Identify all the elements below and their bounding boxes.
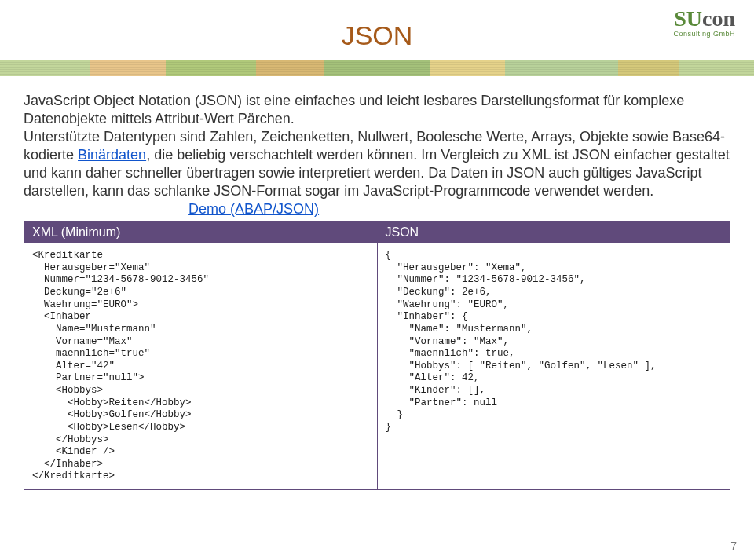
- logo-part1: SU: [674, 6, 702, 31]
- header-json: JSON: [377, 222, 730, 243]
- body-text: JavaScript Object Notation (JSON) ist ei…: [0, 92, 754, 218]
- logo-part2: con: [702, 6, 735, 31]
- decorative-pattern-bar: [0, 60, 754, 76]
- page-title: JSON: [0, 20, 754, 51]
- logo-subtitle: Consulting GmbH: [673, 30, 735, 38]
- binary-data-link[interactable]: Binärdaten: [78, 147, 146, 163]
- comparison-table-wrap: XML (Minimum) JSON <Kreditkarte Herausge…: [0, 218, 754, 490]
- header-xml: XML (Minimum): [24, 222, 378, 243]
- comparison-table: XML (Minimum) JSON <Kreditkarte Herausge…: [24, 221, 730, 490]
- table-row: <Kreditkarte Herausgeber="Xema" Nummer="…: [24, 243, 730, 490]
- brand-logo: SUcon Consulting GmbH: [673, 6, 735, 38]
- logo-text: SUcon: [673, 6, 735, 31]
- cell-xml: <Kreditkarte Herausgeber="Xema" Nummer="…: [24, 243, 378, 490]
- paragraph-1: JavaScript Object Notation (JSON) ist ei…: [24, 93, 684, 126]
- cell-json: { "Herausgeber": "Xema", "Nummer": "1234…: [377, 243, 730, 490]
- demo-link[interactable]: Demo (ABAP/JSON): [188, 201, 319, 217]
- page-number: 7: [730, 540, 737, 552]
- table-header-row: XML (Minimum) JSON: [24, 222, 730, 243]
